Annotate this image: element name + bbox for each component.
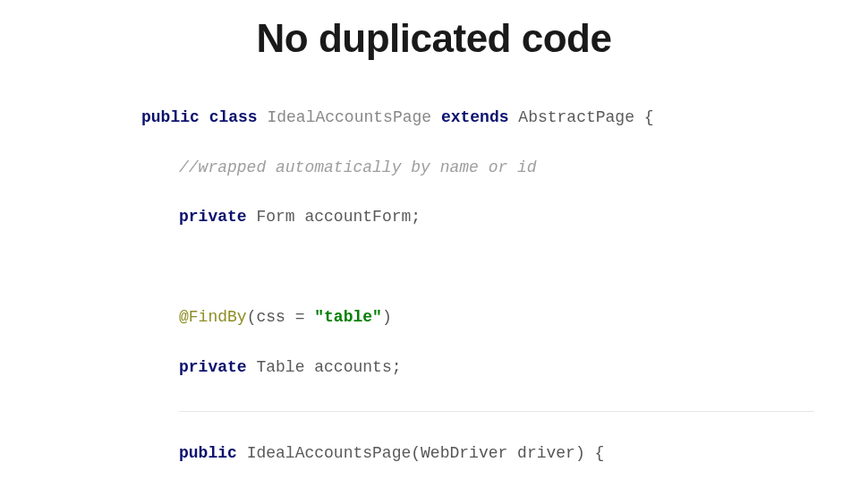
brace-open: { <box>634 108 654 126</box>
code-block: public class IdealAccountsPage extends A… <box>141 81 814 488</box>
string-literal: "table" <box>314 308 382 326</box>
keyword-public: public <box>141 108 200 126</box>
keyword-class: class <box>209 108 258 126</box>
superclass-name: AbstractPage <box>518 108 634 126</box>
keyword-private: private <box>179 208 247 226</box>
comment: //wrapped automatically by name or id <box>179 158 537 176</box>
field-name: accountForm <box>304 208 411 226</box>
field-name: accounts <box>314 358 391 376</box>
keyword-public: public <box>179 444 237 462</box>
paren-open: (css = <box>247 308 315 326</box>
type-name: Form <box>256 208 294 226</box>
code-line: private Table accounts; <box>141 355 814 381</box>
keyword-extends: extends <box>441 108 509 126</box>
code-line: public IdealAccountsPage(WebDriver drive… <box>141 441 814 467</box>
code-line: public class IdealAccountsPage extends A… <box>141 106 814 131</box>
keyword-private: private <box>179 358 247 376</box>
constructor-name: IdealAccountsPage <box>247 444 412 462</box>
blank-line <box>141 255 814 280</box>
code-line: @FindBy(css = "table") <box>141 305 814 330</box>
semicolon: ; <box>392 358 402 376</box>
class-name: IdealAccountsPage <box>267 108 431 126</box>
paren-close: ) <box>382 308 392 326</box>
annotation: @FindBy <box>179 308 247 326</box>
type-name: Table <box>256 358 304 376</box>
params: (WebDriver driver) { <box>411 444 604 462</box>
fold-separator <box>179 411 814 412</box>
code-line: //wrapped automatically by name or id <box>141 156 814 181</box>
semicolon: ; <box>411 208 421 226</box>
slide-title: No duplicated code <box>0 0 868 81</box>
code-line: private Form accountForm; <box>141 205 814 230</box>
